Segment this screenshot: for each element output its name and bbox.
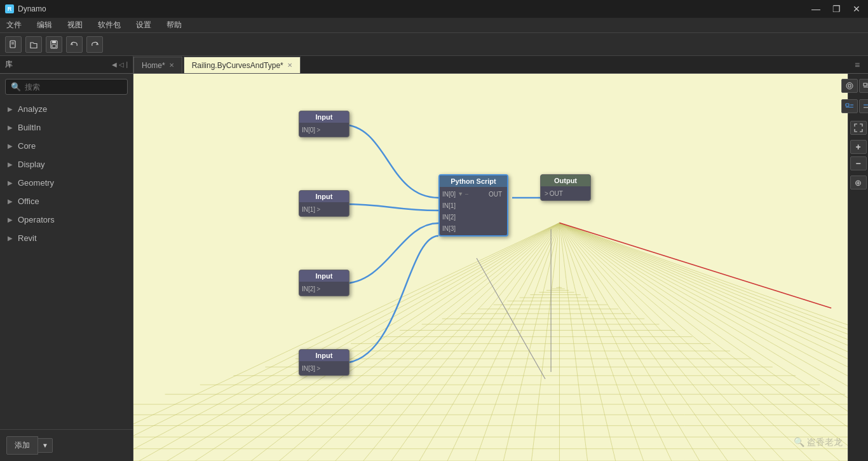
menu-view[interactable]: 视图 — [65, 20, 85, 31]
layout-btn3[interactable] — [841, 99, 858, 113]
sidebar-item-core[interactable]: ▶ Core — [0, 137, 133, 155]
sidebar-item-builtin[interactable]: ▶ BuiltIn — [0, 118, 133, 137]
toolbar — [0, 33, 868, 56]
menu-settings[interactable]: 设置 — [133, 20, 154, 31]
node-input1-port: IN[1] > — [299, 203, 349, 215]
nav-arrow-revit: ▶ — [8, 235, 13, 242]
search-input[interactable] — [25, 83, 122, 92]
svg-rect-4 — [52, 41, 56, 43]
node-input1[interactable]: Input IN[1] > — [299, 190, 349, 217]
zoom-out-button[interactable]: − — [850, 156, 867, 170]
undo-button[interactable] — [66, 36, 83, 53]
lib-label: 库 — [5, 59, 13, 70]
node-python[interactable]: Python Script IN[0] ▼ – OUT IN[1] IN[2] … — [438, 174, 508, 237]
node-input2-port: IN[2] > — [299, 283, 349, 294]
pan-button[interactable]: ⊕ — [850, 175, 867, 189]
zoom-in-button[interactable]: + — [850, 140, 867, 154]
node-input0-header: Input — [299, 111, 349, 123]
tab-railing-label: Railing.ByCurvesAndType* — [192, 61, 283, 70]
node-input0-port: IN[0] > — [299, 124, 349, 135]
node-input3-header: Input — [299, 350, 349, 361]
sidebar-item-revit[interactable]: ▶ Revit — [0, 229, 133, 247]
node-output-port: > OUT — [541, 188, 590, 199]
tab-railing-close[interactable]: ✕ — [287, 62, 292, 69]
app-title: Dynamo — [18, 4, 46, 13]
port-arrow-in1: > — [316, 206, 320, 213]
menu-edit[interactable]: 编辑 — [34, 20, 55, 31]
add-dropdown-button[interactable]: ▼ — [38, 438, 53, 453]
node-input2-header: Input — [299, 270, 349, 282]
node-python-in0: IN[0] ▼ – OUT — [440, 188, 507, 200]
tab-menu-button[interactable]: ≡ — [849, 57, 865, 73]
nav-arrow-office: ▶ — [8, 198, 13, 205]
node-python-in3: IN[3] — [440, 223, 507, 234]
lib-nav-sep: | — [126, 61, 128, 68]
layout-btn4[interactable] — [859, 99, 869, 113]
sidebar-item-display-label: Display — [18, 160, 45, 169]
search-box[interactable]: 🔍 — [5, 79, 128, 95]
add-button[interactable]: 添加 — [6, 436, 38, 455]
svg-rect-14 — [846, 107, 853, 107]
menu-file[interactable]: 文件 — [4, 20, 24, 31]
nav-arrow-builtin: ▶ — [8, 124, 13, 131]
add-button-area: 添加 ▼ — [0, 429, 133, 461]
menu-packages[interactable]: 软件包 — [95, 20, 123, 31]
sidebar-item-operators[interactable]: ▶ Operators — [0, 210, 133, 229]
node-output[interactable]: Output > OUT — [540, 174, 591, 201]
node-input0[interactable]: Input IN[0] > — [299, 111, 349, 137]
main-area: 🔍 ▶ Analyze ▶ BuiltIn ▶ Core ▶ Display ▶ — [0, 74, 868, 461]
redo-button[interactable] — [86, 36, 103, 53]
node-input2-body: IN[2] > — [299, 282, 349, 296]
node-input1-header: Input — [299, 191, 349, 202]
svg-rect-8 — [848, 85, 851, 87]
port-arrow-in0: > — [316, 127, 320, 134]
sidebar-item-analyze[interactable]: ▶ Analyze — [0, 100, 133, 118]
layout-btn2[interactable] — [859, 79, 869, 93]
fit-view-button[interactable] — [850, 121, 867, 135]
node-input3-port: IN[3] > — [299, 362, 349, 374]
nav-items: ▶ Analyze ▶ BuiltIn ▶ Core ▶ Display ▶ G… — [0, 100, 133, 429]
node-input3-body: IN[3] > — [299, 361, 349, 375]
sidebar-item-office-label: Office — [18, 196, 39, 206]
restore-button[interactable]: ❐ — [830, 4, 843, 14]
node-input0-body: IN[0] > — [299, 123, 349, 137]
node-python-in1: IN[1] — [440, 200, 507, 211]
sidebar-item-revit-label: Revit — [18, 233, 37, 243]
sidebar-item-builtin-label: BuiltIn — [18, 123, 41, 132]
sidebar-item-geometry-label: Geometry — [18, 178, 54, 188]
sidebar-item-geometry[interactable]: ▶ Geometry — [0, 174, 133, 192]
sidebar: 🔍 ▶ Analyze ▶ BuiltIn ▶ Core ▶ Display ▶ — [0, 74, 133, 461]
port-arrow-in3: > — [316, 365, 320, 372]
new-button[interactable] — [5, 36, 22, 53]
tab-railing[interactable]: Railing.ByCurvesAndType* ✕ — [184, 57, 301, 73]
node-input2[interactable]: Input IN[2] > — [299, 270, 349, 296]
minimize-button[interactable]: — — [810, 4, 822, 14]
sidebar-item-office[interactable]: ▶ Office — [0, 192, 133, 210]
sidebar-item-operators-label: Operators — [18, 215, 55, 224]
app-icon: R — [5, 4, 14, 13]
lib-nav-prev2[interactable]: ◀ — [112, 61, 117, 68]
tab-home-close[interactable]: ✕ — [169, 62, 174, 69]
sidebar-item-analyze-label: Analyze — [18, 104, 47, 114]
grid-canvas — [133, 74, 868, 461]
svg-rect-12 — [846, 104, 849, 106]
node-python-body: IN[0] ▼ – OUT IN[1] IN[2] IN[3] — [440, 187, 507, 235]
lib-nav-prev[interactable]: ◁ — [119, 61, 124, 68]
nav-arrow-analyze: ▶ — [8, 106, 13, 113]
open-button[interactable] — [25, 36, 42, 53]
menu-help[interactable]: 帮助 — [164, 20, 184, 31]
node-output-body: > OUT — [541, 186, 590, 200]
right-panel: + − ⊕ — [848, 74, 868, 461]
save-button[interactable] — [46, 36, 62, 53]
node-python-header: Python Script — [440, 175, 507, 187]
tab-home[interactable]: Home* ✕ — [133, 57, 182, 73]
layout-btn1[interactable] — [841, 79, 858, 93]
close-button[interactable]: ✕ — [850, 4, 863, 14]
nav-arrow-core: ▶ — [8, 142, 13, 149]
node-input3[interactable]: Input IN[3] > — [299, 349, 349, 376]
node-python-in2: IN[2] — [440, 211, 507, 223]
canvas[interactable]: Input IN[0] > Input IN[1] > Input — [133, 74, 868, 461]
svg-point-7 — [846, 83, 853, 89]
sidebar-item-display[interactable]: ▶ Display — [0, 155, 133, 174]
nav-arrow-display: ▶ — [8, 161, 13, 168]
